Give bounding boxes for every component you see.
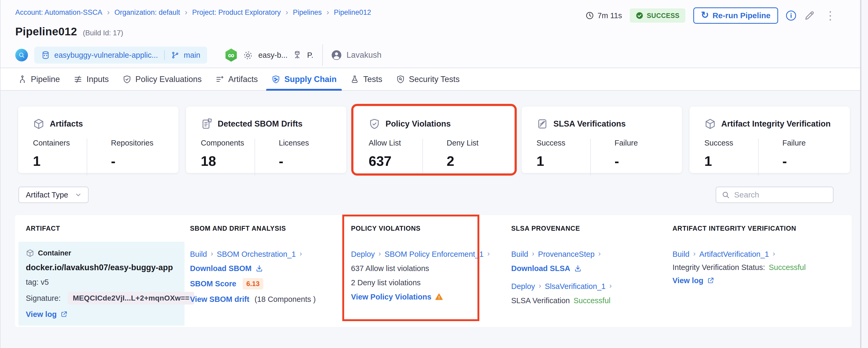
step-link[interactable]: SBOM Policy Enforcement_1	[385, 250, 484, 259]
repo-pill[interactable]: easybuggy-vulnerable-applic... main	[34, 47, 207, 63]
breadcrumb-organization[interactable]: Organization: default	[114, 8, 180, 17]
user-name: Lavakush	[346, 50, 381, 60]
gear-icon	[242, 49, 253, 61]
tab-supply-chain[interactable]: Supply Chain	[265, 68, 343, 90]
tab-label: Policy Evaluations	[135, 75, 202, 84]
integrity-breadcrumb[interactable]: Build › ArtifactVerification_1 ›	[673, 250, 852, 259]
more-options-icon[interactable]: ⋮	[823, 10, 838, 21]
stage-link[interactable]: Build	[511, 250, 528, 259]
flask-icon	[350, 75, 359, 84]
step-link[interactable]: SlsaVerification_1	[545, 282, 606, 291]
step-link[interactable]: SBOM Orchestration_1	[217, 250, 296, 259]
breadcrumb-pipeline012[interactable]: Pipeline012	[334, 8, 371, 17]
allow-list-violations: 637 Allow list violations	[351, 264, 501, 273]
stage-link[interactable]: Build	[190, 250, 207, 259]
tab-label: Pipeline	[31, 75, 60, 84]
chevron-right-icon: ›	[185, 8, 187, 16]
artifact-tag: tag: v5	[26, 278, 184, 287]
refresh-icon: ↻	[701, 10, 709, 20]
integrity-status-value: Successful	[769, 263, 806, 272]
metric-containers: Containers 1	[33, 139, 87, 176]
shield-check-icon	[369, 118, 380, 130]
sbom-score-link[interactable]: SBOM Score	[190, 280, 236, 288]
repo-name[interactable]: easybuggy-vulnerable-applic...	[54, 51, 158, 60]
sbom-score-label: SBOM Score	[190, 280, 236, 288]
trigger-abbr: P.	[307, 51, 313, 60]
slsa-provenance-breadcrumb[interactable]: Build › ProvenanceStep ›	[511, 250, 662, 259]
metric-repositories: Repositories -	[87, 139, 165, 176]
rerun-pipeline-button[interactable]: ↻ Re-run Pipeline	[693, 7, 778, 24]
metric-label: Containers	[33, 139, 87, 147]
sbom-score-badge: 6.13	[243, 278, 264, 289]
duration-text: 7m 11s	[597, 11, 622, 20]
slsa-scroll-icon	[536, 118, 548, 130]
page-header: Account: Automation-SSCA › Organization:…	[1, 0, 860, 68]
external-link-icon	[60, 311, 68, 318]
sbom-stage-breadcrumb[interactable]: Build › SBOM Orchestration_1 ›	[190, 250, 340, 259]
tab-artifacts[interactable]: Artifacts	[209, 68, 265, 90]
table-header-row: ARTIFACT SBOM AND DRIFT ANALYSIS POLICY …	[15, 215, 852, 232]
branch-name[interactable]: main	[184, 51, 200, 60]
tab-policy-evaluations[interactable]: Policy Evaluations	[116, 68, 209, 90]
tab-tests[interactable]: Tests	[343, 68, 389, 90]
metric-slsa-failure: Failure -	[591, 139, 668, 176]
metric-label: Success	[704, 139, 758, 147]
chevron-right-icon: ›	[693, 250, 696, 258]
chevron-right-icon: ›	[300, 250, 302, 258]
drift-component-count: (18 Components )	[254, 295, 316, 304]
rerun-label: Re-run Pipeline	[713, 11, 771, 20]
card-title: Detected SBOM Drifts	[218, 119, 303, 129]
view-sbom-drift-link[interactable]: View SBOM drift	[190, 295, 249, 304]
download-sbom-label: Download SBOM	[190, 264, 252, 273]
card-slsa-verifications: SLSA Verifications Success 1 Failure -	[522, 107, 682, 173]
stage-link[interactable]: Build	[673, 250, 690, 259]
metric-label: Deny List	[447, 139, 500, 147]
window-scrollbar-strip[interactable]	[860, 0, 868, 348]
artifact-type-dropdown[interactable]: Artifact Type	[19, 187, 89, 203]
cube-icon	[33, 118, 44, 130]
integrity-view-log-link[interactable]: View log	[673, 276, 852, 285]
tab-security-tests[interactable]: Security Tests	[389, 68, 466, 90]
slsa-verification-breadcrumb[interactable]: Deploy › SlsaVerification_1 ›	[511, 282, 662, 291]
tab-pipeline[interactable]: Pipeline	[11, 68, 67, 90]
git-branch-icon	[171, 51, 180, 59]
chevron-right-icon: ›	[378, 250, 381, 258]
stage-link[interactable]: Deploy	[511, 282, 535, 291]
breadcrumb-pipelines[interactable]: Pipelines	[293, 8, 322, 17]
breadcrumb-project[interactable]: Project: Product Exploratory	[192, 8, 281, 17]
card-title: Policy Violations	[385, 119, 451, 129]
meta-divider	[322, 44, 323, 66]
slsa-verification-status-line: SLSA Verification Successful	[511, 296, 662, 305]
magnifier-icon	[18, 52, 25, 59]
column-header-integrity: ARTIFACT INTEGRITY VERIFICATION	[662, 225, 852, 232]
metric-label: Repositories	[111, 139, 165, 147]
trigger-info-group: ∞ easy-b... P.	[224, 49, 313, 62]
chevron-right-icon: ›	[107, 8, 110, 16]
breadcrumb-account[interactable]: Account: Automation-SSCA	[15, 8, 102, 17]
chevron-right-icon: ›	[598, 250, 600, 258]
view-policy-violations-link[interactable]: View Policy Violations	[351, 292, 501, 301]
tab-inputs[interactable]: Inputs	[67, 68, 116, 90]
step-link[interactable]: ArtifactVerification_1	[700, 250, 769, 259]
repository-icon	[41, 51, 50, 60]
shield-check-icon	[123, 75, 131, 84]
download-sbom-link[interactable]: Download SBOM	[190, 264, 340, 273]
chevron-down-icon	[74, 191, 82, 199]
artifact-view-log-link[interactable]: View log	[26, 310, 184, 319]
artifact-signature-line: Signature: MEQCICde2VjI...L+2+mqnOXw==	[26, 292, 184, 304]
step-link[interactable]: ProvenanceStep	[538, 250, 594, 259]
signature-value[interactable]: MEQCICde2VjI...L+2+mqnOXw==	[68, 292, 194, 304]
metric-label: Allow List	[369, 139, 423, 147]
artifact-type-line: Container	[26, 249, 184, 258]
download-slsa-link[interactable]: Download SLSA	[511, 264, 662, 273]
info-icon[interactable]: i	[786, 10, 796, 21]
card-title: Artifacts	[50, 119, 83, 129]
policy-stage-breadcrumb[interactable]: Deploy › SBOM Policy Enforcement_1 ›	[351, 250, 501, 259]
edit-pipeline-icon[interactable]	[804, 10, 815, 21]
stage-link[interactable]: Deploy	[351, 250, 375, 259]
artifact-type-label: Artifact Type	[26, 191, 68, 199]
breadcrumb: Account: Automation-SSCA › Organization:…	[15, 8, 371, 17]
metric-value: 1	[536, 153, 590, 169]
search-input[interactable]	[734, 190, 836, 199]
tab-label: Security Tests	[409, 75, 460, 84]
